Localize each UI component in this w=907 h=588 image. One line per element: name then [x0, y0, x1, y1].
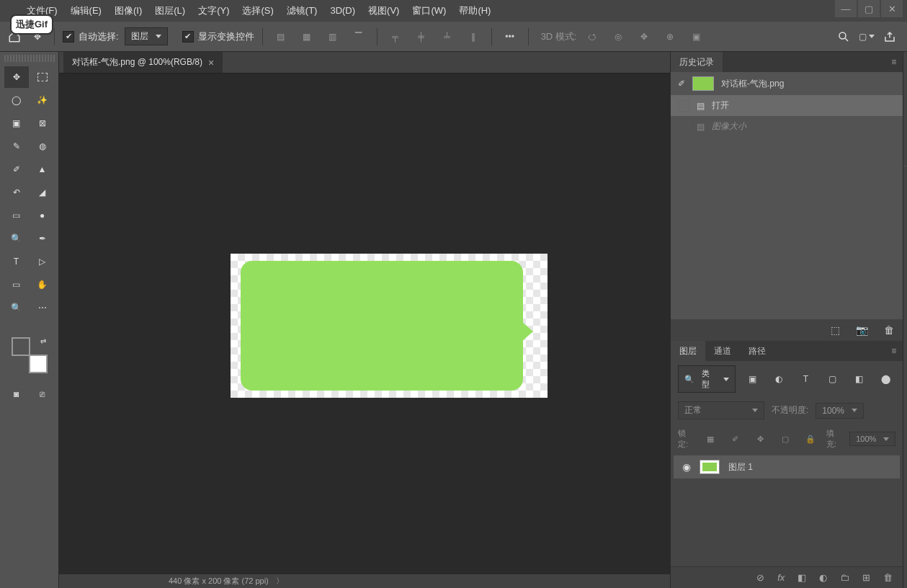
screenmode-tool[interactable]: ⎚: [30, 383, 55, 405]
history-snapshot[interactable]: ✐ 对话框-气泡.png: [671, 72, 903, 95]
clone-stamp-tool[interactable]: ▲: [30, 159, 55, 180]
hand-tool[interactable]: ✋: [30, 274, 55, 295]
menu-type[interactable]: 文字(Y): [192, 0, 236, 22]
fx-icon[interactable]: fx: [777, 572, 785, 583]
path-select-tool[interactable]: ▷: [30, 251, 55, 272]
panel-menu-icon[interactable]: ≡: [891, 57, 897, 67]
lock-position-icon[interactable]: ✥: [751, 429, 769, 449]
3d-rotate-icon[interactable]: ◎: [608, 27, 628, 47]
dock-gradients[interactable]: ◧渐...: [903, 111, 907, 135]
3d-scale-icon[interactable]: ⊕: [660, 27, 680, 47]
trash-icon[interactable]: 🗑: [884, 324, 894, 336]
show-transform-checkbox[interactable]: ✔显示变换控件: [182, 30, 254, 43]
menu-filter[interactable]: 滤镜(T): [280, 0, 324, 22]
menu-layer[interactable]: 图层(L): [148, 0, 192, 22]
filter-image-icon[interactable]: ▣: [743, 369, 762, 389]
dock-color[interactable]: 🎨颜...: [903, 62, 907, 86]
blur-tool[interactable]: ●: [30, 205, 55, 226]
dock-libraries[interactable]: ◫库: [903, 203, 907, 228]
lasso-tool[interactable]: ◯: [4, 89, 29, 111]
quickmask-tool[interactable]: ◙: [4, 383, 29, 405]
layer-row[interactable]: ◉ 图层 1: [674, 455, 900, 478]
close-icon[interactable]: ×: [208, 57, 214, 68]
auto-select-dropdown[interactable]: 图层: [125, 27, 168, 45]
canvas[interactable]: [59, 74, 670, 574]
menu-edit[interactable]: 编辑(E): [64, 0, 108, 22]
gradient-tool[interactable]: ▭: [4, 205, 29, 226]
healing-brush-tool[interactable]: ◍: [30, 135, 55, 157]
history-brush-tool[interactable]: ↶: [4, 182, 29, 203]
menu-3d[interactable]: 3D(D): [323, 0, 362, 22]
menu-window[interactable]: 窗口(W): [406, 0, 452, 22]
auto-select-checkbox[interactable]: ✔自动选择:: [63, 30, 119, 43]
group-icon[interactable]: 🗀: [840, 572, 849, 583]
link-icon[interactable]: ⊘: [756, 572, 764, 583]
visibility-icon[interactable]: ◉: [682, 461, 691, 473]
dist-bottom-icon[interactable]: ╧: [437, 27, 457, 47]
marquee-tool[interactable]: [30, 66, 55, 88]
dist-top-icon[interactable]: ╤: [385, 27, 406, 47]
lock-artboard-icon[interactable]: ▢: [776, 429, 794, 449]
camera-icon[interactable]: 📷: [856, 324, 868, 336]
eraser-tool[interactable]: ◢: [30, 182, 55, 203]
dock-adjustments[interactable]: ◐调...: [903, 228, 907, 252]
blend-mode-dropdown[interactable]: 正常: [678, 401, 764, 419]
menu-view[interactable]: 视图(V): [362, 0, 406, 22]
panel-menu-icon[interactable]: ≡: [891, 346, 897, 356]
layers-tab[interactable]: 图层: [671, 341, 705, 362]
mask-icon[interactable]: ◧: [797, 572, 806, 583]
layout-icon[interactable]: ▢: [857, 27, 877, 47]
magic-wand-tool[interactable]: ✨: [30, 89, 55, 111]
3d-camera-icon[interactable]: ▣: [686, 27, 706, 47]
align-top-icon[interactable]: ▔: [349, 27, 369, 47]
filter-adjust-icon[interactable]: ◐: [769, 369, 789, 389]
history-panel-tab[interactable]: 历史记录: [671, 52, 723, 73]
layer-filter-dropdown[interactable]: 🔍 类型: [678, 365, 736, 393]
menu-help[interactable]: 帮助(H): [452, 0, 497, 22]
dodge-tool[interactable]: 🔍: [4, 228, 29, 249]
channels-tab[interactable]: 通道: [705, 341, 740, 362]
rectangle-tool[interactable]: ▭: [4, 274, 29, 295]
eyedropper-tool[interactable]: ✎: [4, 135, 29, 157]
opacity-input[interactable]: 100%: [816, 403, 864, 419]
dock-learn[interactable]: 💡学...: [903, 179, 907, 203]
search-icon[interactable]: [834, 27, 854, 47]
align-hcenter-icon[interactable]: ▦: [297, 27, 317, 47]
new-layer-icon[interactable]: ⊞: [862, 572, 870, 583]
brush-tool[interactable]: ✐: [4, 159, 29, 180]
dist-hspace-icon[interactable]: ‖: [463, 27, 483, 47]
dock-patterns[interactable]: ▩图...: [903, 135, 907, 160]
minimize-button[interactable]: ―: [835, 0, 857, 17]
close-button[interactable]: ✕: [881, 0, 903, 17]
pen-tool[interactable]: ✒: [30, 228, 55, 249]
lock-all-icon[interactable]: 🔒: [801, 429, 819, 449]
share-icon[interactable]: [880, 27, 900, 47]
adjustment-icon[interactable]: ◐: [819, 572, 827, 583]
layer-name[interactable]: 图层 1: [728, 461, 753, 473]
crop-tool[interactable]: ▣: [4, 112, 29, 134]
filter-smart-icon[interactable]: ◧: [849, 369, 869, 389]
dock-swatches[interactable]: ▦色...: [903, 86, 907, 111]
lock-paint-icon[interactable]: ✐: [726, 429, 744, 449]
align-left-icon[interactable]: ▤: [271, 27, 291, 47]
dist-vcenter-icon[interactable]: ╪: [411, 27, 432, 47]
more-icon[interactable]: •••: [500, 27, 520, 47]
filter-toggle[interactable]: ⬤: [876, 369, 895, 389]
align-right-icon[interactable]: ▥: [323, 27, 343, 47]
type-tool[interactable]: T: [4, 251, 29, 272]
history-item-open[interactable]: ▤ 打开: [671, 95, 903, 116]
new-snapshot-icon[interactable]: ⬚: [831, 324, 840, 336]
filter-type-icon[interactable]: T: [796, 369, 816, 389]
3d-orbit-icon[interactable]: ⭯: [582, 27, 602, 47]
foreground-swatch[interactable]: [12, 337, 30, 356]
fill-input[interactable]: 100%: [849, 432, 895, 446]
delete-icon[interactable]: 🗑: [883, 572, 893, 583]
filter-shape-icon[interactable]: ▢: [823, 369, 842, 389]
history-item-imagesize[interactable]: ▤ 图像大小: [671, 116, 903, 137]
paths-tab[interactable]: 路径: [740, 341, 774, 362]
menu-image[interactable]: 图像(I): [108, 0, 148, 22]
move-tool[interactable]: ✥: [4, 66, 29, 88]
background-swatch[interactable]: [29, 355, 48, 373]
maximize-button[interactable]: ▢: [858, 0, 880, 17]
3d-pan-icon[interactable]: ✥: [634, 27, 654, 47]
